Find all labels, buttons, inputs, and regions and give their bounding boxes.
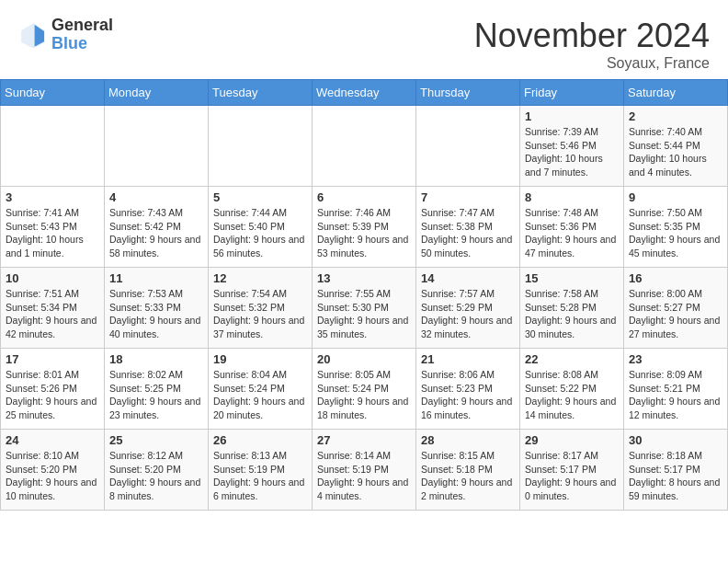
cell-info: Sunrise: 8:13 AM Sunset: 5:19 PM Dayligh… xyxy=(213,449,307,503)
logo-blue-text: Blue xyxy=(51,35,113,53)
calendar-cell: 29Sunrise: 8:17 AM Sunset: 5:17 PM Dayli… xyxy=(520,430,624,511)
cell-day-number: 20 xyxy=(317,352,411,366)
cell-info: Sunrise: 8:04 AM Sunset: 5:24 PM Dayligh… xyxy=(213,368,307,422)
cell-day-number: 16 xyxy=(629,271,722,285)
cell-info: Sunrise: 7:47 AM Sunset: 5:38 PM Dayligh… xyxy=(421,206,515,260)
calendar-cell: 17Sunrise: 8:01 AM Sunset: 5:26 PM Dayli… xyxy=(1,349,105,430)
calendar-cell: 5Sunrise: 7:44 AM Sunset: 5:40 PM Daylig… xyxy=(209,187,313,268)
calendar-cell: 22Sunrise: 8:08 AM Sunset: 5:22 PM Dayli… xyxy=(520,349,624,430)
calendar-cell: 25Sunrise: 8:12 AM Sunset: 5:20 PM Dayli… xyxy=(105,430,209,511)
cell-info: Sunrise: 8:02 AM Sunset: 5:25 PM Dayligh… xyxy=(109,368,203,422)
calendar-cell xyxy=(105,106,209,187)
location-subtitle: Soyaux, France xyxy=(474,55,710,72)
cell-day-number: 26 xyxy=(213,433,307,447)
cell-info: Sunrise: 7:50 AM Sunset: 5:35 PM Dayligh… xyxy=(629,206,722,260)
calendar-cell: 1Sunrise: 7:39 AM Sunset: 5:46 PM Daylig… xyxy=(520,106,624,187)
cell-info: Sunrise: 8:15 AM Sunset: 5:18 PM Dayligh… xyxy=(421,449,515,503)
cell-info: Sunrise: 8:14 AM Sunset: 5:19 PM Dayligh… xyxy=(317,449,411,503)
cell-day-number: 24 xyxy=(6,433,99,447)
cell-info: Sunrise: 7:46 AM Sunset: 5:39 PM Dayligh… xyxy=(317,206,411,260)
cell-info: Sunrise: 8:00 AM Sunset: 5:27 PM Dayligh… xyxy=(629,287,722,341)
day-of-week-header: Friday xyxy=(520,80,624,106)
calendar-week-row: 3Sunrise: 7:41 AM Sunset: 5:43 PM Daylig… xyxy=(1,187,728,268)
header: General Blue November 2024 Soyaux, Franc… xyxy=(0,0,728,79)
cell-day-number: 9 xyxy=(629,190,722,204)
cell-info: Sunrise: 7:54 AM Sunset: 5:32 PM Dayligh… xyxy=(213,287,307,341)
calendar-cell: 10Sunrise: 7:51 AM Sunset: 5:34 PM Dayli… xyxy=(1,268,105,349)
cell-info: Sunrise: 7:58 AM Sunset: 5:28 PM Dayligh… xyxy=(525,287,619,341)
calendar-cell: 14Sunrise: 7:57 AM Sunset: 5:29 PM Dayli… xyxy=(416,268,520,349)
calendar-cell: 6Sunrise: 7:46 AM Sunset: 5:39 PM Daylig… xyxy=(313,187,416,268)
cell-day-number: 21 xyxy=(421,352,515,366)
cell-day-number: 19 xyxy=(213,352,307,366)
cell-info: Sunrise: 7:51 AM Sunset: 5:34 PM Dayligh… xyxy=(6,287,99,341)
day-of-week-header: Wednesday xyxy=(313,80,416,106)
cell-info: Sunrise: 8:18 AM Sunset: 5:17 PM Dayligh… xyxy=(629,449,722,503)
cell-day-number: 10 xyxy=(6,271,99,285)
cell-day-number: 3 xyxy=(6,190,99,204)
cell-info: Sunrise: 8:01 AM Sunset: 5:26 PM Dayligh… xyxy=(6,368,99,422)
cell-info: Sunrise: 8:12 AM Sunset: 5:20 PM Dayligh… xyxy=(109,449,203,503)
calendar-cell: 30Sunrise: 8:18 AM Sunset: 5:17 PM Dayli… xyxy=(624,430,728,511)
cell-day-number: 28 xyxy=(421,433,515,447)
logo-icon xyxy=(18,20,48,50)
calendar-cell: 19Sunrise: 8:04 AM Sunset: 5:24 PM Dayli… xyxy=(209,349,313,430)
calendar-cell: 18Sunrise: 8:02 AM Sunset: 5:25 PM Dayli… xyxy=(105,349,209,430)
cell-info: Sunrise: 7:41 AM Sunset: 5:43 PM Dayligh… xyxy=(6,206,99,260)
calendar-cell: 2Sunrise: 7:40 AM Sunset: 5:44 PM Daylig… xyxy=(624,106,728,187)
cell-day-number: 7 xyxy=(421,190,515,204)
calendar-cell: 28Sunrise: 8:15 AM Sunset: 5:18 PM Dayli… xyxy=(416,430,520,511)
cell-info: Sunrise: 8:10 AM Sunset: 5:20 PM Dayligh… xyxy=(6,449,99,503)
calendar-cell: 16Sunrise: 8:00 AM Sunset: 5:27 PM Dayli… xyxy=(624,268,728,349)
day-of-week-header: Sunday xyxy=(1,80,105,106)
cell-day-number: 12 xyxy=(213,271,307,285)
cell-day-number: 23 xyxy=(629,352,722,366)
calendar-cell: 3Sunrise: 7:41 AM Sunset: 5:43 PM Daylig… xyxy=(1,187,105,268)
cell-day-number: 14 xyxy=(421,271,515,285)
calendar-cell xyxy=(313,106,416,187)
svg-marker-1 xyxy=(35,25,44,47)
cell-info: Sunrise: 8:05 AM Sunset: 5:24 PM Dayligh… xyxy=(317,368,411,422)
cell-info: Sunrise: 8:09 AM Sunset: 5:21 PM Dayligh… xyxy=(629,368,722,422)
calendar-cell: 24Sunrise: 8:10 AM Sunset: 5:20 PM Dayli… xyxy=(1,430,105,511)
calendar-week-row: 24Sunrise: 8:10 AM Sunset: 5:20 PM Dayli… xyxy=(1,430,728,511)
title-block: November 2024 Soyaux, France xyxy=(474,17,710,72)
cell-info: Sunrise: 7:43 AM Sunset: 5:42 PM Dayligh… xyxy=(109,206,203,260)
cell-info: Sunrise: 7:39 AM Sunset: 5:46 PM Dayligh… xyxy=(525,125,619,179)
calendar-cell xyxy=(416,106,520,187)
cell-day-number: 25 xyxy=(109,433,203,447)
calendar-table: SundayMondayTuesdayWednesdayThursdayFrid… xyxy=(0,79,728,511)
cell-day-number: 29 xyxy=(525,433,619,447)
calendar-cell: 23Sunrise: 8:09 AM Sunset: 5:21 PM Dayli… xyxy=(624,349,728,430)
calendar-cell: 9Sunrise: 7:50 AM Sunset: 5:35 PM Daylig… xyxy=(624,187,728,268)
cell-day-number: 22 xyxy=(525,352,619,366)
month-title: November 2024 xyxy=(474,17,710,55)
day-of-week-header: Monday xyxy=(105,80,209,106)
cell-day-number: 13 xyxy=(317,271,411,285)
cell-info: Sunrise: 7:40 AM Sunset: 5:44 PM Dayligh… xyxy=(629,125,722,179)
cell-info: Sunrise: 7:55 AM Sunset: 5:30 PM Dayligh… xyxy=(317,287,411,341)
calendar-cell xyxy=(209,106,313,187)
day-of-week-header: Thursday xyxy=(416,80,520,106)
cell-info: Sunrise: 7:53 AM Sunset: 5:33 PM Dayligh… xyxy=(109,287,203,341)
calendar-week-row: 10Sunrise: 7:51 AM Sunset: 5:34 PM Dayli… xyxy=(1,268,728,349)
calendar-cell: 8Sunrise: 7:48 AM Sunset: 5:36 PM Daylig… xyxy=(520,187,624,268)
calendar-cell: 11Sunrise: 7:53 AM Sunset: 5:33 PM Dayli… xyxy=(105,268,209,349)
calendar-header-row: SundayMondayTuesdayWednesdayThursdayFrid… xyxy=(1,80,728,106)
cell-day-number: 5 xyxy=(213,190,307,204)
cell-info: Sunrise: 8:08 AM Sunset: 5:22 PM Dayligh… xyxy=(525,368,619,422)
calendar-week-row: 17Sunrise: 8:01 AM Sunset: 5:26 PM Dayli… xyxy=(1,349,728,430)
cell-day-number: 18 xyxy=(109,352,203,366)
calendar-cell: 20Sunrise: 8:05 AM Sunset: 5:24 PM Dayli… xyxy=(313,349,416,430)
calendar-cell xyxy=(1,106,105,187)
cell-day-number: 17 xyxy=(6,352,99,366)
cell-info: Sunrise: 7:57 AM Sunset: 5:29 PM Dayligh… xyxy=(421,287,515,341)
calendar-cell: 4Sunrise: 7:43 AM Sunset: 5:42 PM Daylig… xyxy=(105,187,209,268)
calendar-cell: 21Sunrise: 8:06 AM Sunset: 5:23 PM Dayli… xyxy=(416,349,520,430)
logo: General Blue xyxy=(18,17,113,53)
cell-info: Sunrise: 7:44 AM Sunset: 5:40 PM Dayligh… xyxy=(213,206,307,260)
logo-text: General Blue xyxy=(51,17,113,53)
cell-day-number: 15 xyxy=(525,271,619,285)
cell-day-number: 8 xyxy=(525,190,619,204)
calendar-cell: 13Sunrise: 7:55 AM Sunset: 5:30 PM Dayli… xyxy=(313,268,416,349)
